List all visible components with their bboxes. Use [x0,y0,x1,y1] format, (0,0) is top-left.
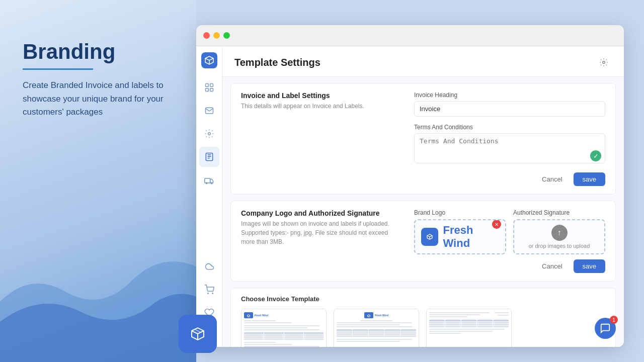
logo-cancel-button[interactable]: Cancel [536,259,568,273]
brand-logo-col: Brand Logo [414,209,506,254]
svg-point-13 [212,293,213,294]
invoice-heading-group: Invoice Heading [414,92,605,117]
invoice-cancel-button[interactable]: Cancel [536,172,568,186]
terms-check-icon: ✓ [590,150,601,161]
company-logo-layout: Company Logo and Authorized Signature Im… [241,209,605,273]
invoice-label-layout: Invoice and Label Settings This details … [241,92,605,186]
page-title: Template Settings [234,57,320,68]
svg-point-14 [603,61,605,64]
brand-logo-remove-button[interactable]: ✕ [492,220,501,229]
sidebar: › [196,46,222,347]
gear-button[interactable] [596,54,612,70]
company-logo-title: Company Logo and Authorized Signature [241,209,402,217]
svg-rect-2 [205,84,208,87]
left-panel-content: Branding Create Branded Invoice and labe… [23,40,174,119]
maximize-button[interactable] [223,32,230,39]
company-logo-right: Brand Logo [414,209,605,273]
terms-textarea[interactable] [414,133,605,163]
sidebar-item-cart[interactable] [199,280,219,300]
authorized-sig-label: Authorized Signature [513,209,605,216]
terms-textarea-wrap: ✓ [414,133,605,165]
brand-logo-text: Fresh Wind [443,224,499,250]
window-titlebar [196,25,624,46]
invoice-label-right: Invoice Heading Terms And Conditions ✓ C… [414,92,605,186]
company-logo-left: Company Logo and Authorized Signature Im… [241,209,402,273]
sidebar-item-mail[interactable] [199,101,219,121]
svg-rect-5 [210,88,213,92]
content-area: Template Settings Invoice and Label Sett… [222,46,624,347]
template-preview-1[interactable]: Fresh Wind [241,309,327,347]
hero-title-underline [23,68,93,70]
template-preview-3-inner [427,309,511,347]
sidebar-item-branding[interactable] [199,147,219,167]
invoice-template-section: Choose Invoice Template Fresh Wind [230,288,616,347]
template-preview-2-inner: Fresh Wind [334,309,419,347]
authorized-sig-content: ↑ or drop images to upload [529,225,590,249]
invoice-heading-label: Invoice Heading [414,92,605,99]
svg-rect-9 [204,178,210,183]
minimize-button[interactable] [213,32,220,39]
terms-label: Terms And Conditions [414,124,605,131]
upload-arrow-icon: ↑ [551,225,568,241]
svg-point-12 [207,293,208,294]
upload-drop-text: or drop images to upload [529,243,590,249]
close-button[interactable] [203,32,210,39]
sidebar-item-settings[interactable] [199,124,219,144]
invoice-label-title: Invoice and Label Settings [241,92,402,100]
svg-rect-3 [210,84,213,87]
sidebar-item-cloud[interactable] [199,256,219,277]
invoice-template-title: Choose Invoice Template [241,295,605,303]
svg-rect-4 [205,88,208,92]
logo-save-button[interactable]: save [574,259,605,273]
invoice-heading-input[interactable] [414,101,605,117]
window-traffic-lights [203,32,230,39]
invoice-label-left: Invoice and Label Settings This details … [241,92,402,186]
sidebar-item-delivery[interactable] [199,170,219,190]
template-previews: Fresh Wind [241,309,605,347]
chat-button[interactable]: 1 [595,318,616,339]
template-preview-1-inner: Fresh Wind [242,309,326,347]
invoice-save-button[interactable]: save [574,172,605,186]
chat-badge: 1 [610,316,618,324]
invoice-label-section: Invoice and Label Settings This details … [230,83,616,195]
page-header: Template Settings [222,46,624,77]
brand-logo-label: Brand Logo [414,209,506,216]
sidebar-item-dashboard[interactable] [199,77,219,98]
template-preview-3[interactable] [426,309,512,347]
company-logo-desc: Images will be shown on invoice and labe… [241,219,402,246]
sidebar-logo [200,51,218,69]
svg-point-7 [208,133,210,135]
app-icon-box [179,315,217,353]
company-logo-section: Company Logo and Authorized Signature Im… [230,201,616,282]
terms-group: Terms And Conditions ✓ [414,124,605,165]
window-body: › Template Settings Invoice and La [196,46,624,347]
brand-logo-icon [421,228,438,246]
hero-description: Create Branded Invoice and labels to sho… [23,79,174,119]
brand-logo-preview: Fresh Wind ✕ [415,224,505,250]
invoice-form-actions: Cancel save [414,172,605,186]
authorized-sig-upload-box[interactable]: ↑ or drop images to upload [513,219,605,254]
svg-rect-8 [206,153,212,161]
invoice-label-desc: This details will appear on Invoice and … [241,102,402,111]
logo-form-actions: Cancel save [414,259,605,273]
logo-sig-row: Brand Logo [414,209,605,254]
authorized-sig-col: Authorized Signature ↑ or drop images to… [513,209,605,254]
brand-logo-upload-box[interactable]: Fresh Wind ✕ [414,219,506,254]
template-preview-2[interactable]: Fresh Wind [334,309,419,347]
main-window: › Template Settings Invoice and La [196,25,624,347]
page-hero-title: Branding [23,40,174,63]
